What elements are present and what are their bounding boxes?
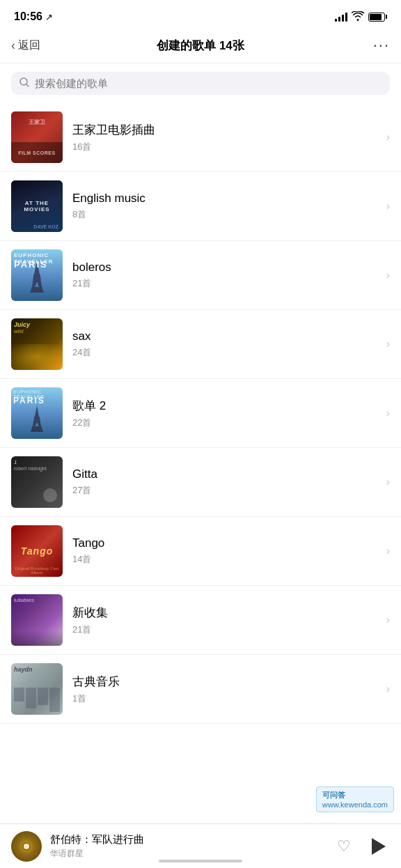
list-item[interactable]: Juicy wild sax 24首 › <box>0 310 401 379</box>
playlist-cover: EUPHONIC TRAVELLER PARIS <box>11 249 63 301</box>
playlist-info: 新收集 21首 <box>72 605 381 636</box>
chevron-right-icon: › <box>386 614 390 626</box>
playlist-info: Gitta 27首 <box>72 467 381 497</box>
chevron-right-icon: › <box>386 269 390 281</box>
playlist-info: sax 24首 <box>72 330 381 359</box>
playlist-name: 歌单 2 <box>72 398 381 414</box>
playlist-cover: lullabies <box>11 594 63 646</box>
svg-rect-3 <box>33 274 40 277</box>
playlist-name: English music <box>72 192 381 206</box>
wifi-icon <box>352 11 364 23</box>
signal-icon <box>335 12 347 22</box>
watermark-url: www.kewenda.com <box>322 800 388 809</box>
svg-marker-4 <box>32 277 42 287</box>
playlist-count: 14首 <box>72 553 381 566</box>
chevron-right-icon: › <box>386 200 390 212</box>
now-playing-controls: ♡ <box>337 834 390 859</box>
chevron-right-icon: › <box>386 476 390 488</box>
playlist-count: 16首 <box>72 141 381 153</box>
playlist-cover: haydn <box>11 663 63 715</box>
playlist-cover: Tango Original Broadway Cast Album <box>11 525 63 577</box>
watermark-site: 可问答 <box>322 790 388 800</box>
chevron-right-icon: › <box>386 131 390 144</box>
heart-button[interactable]: ♡ <box>337 837 351 855</box>
nav-title: 创建的歌单 14张 <box>53 38 348 54</box>
playlist-count: 1首 <box>72 692 381 705</box>
svg-marker-6 <box>30 289 44 293</box>
search-input[interactable] <box>35 77 382 89</box>
playlist-count: 8首 <box>72 208 381 221</box>
svg-marker-9 <box>33 418 41 426</box>
play-button[interactable] <box>365 834 390 859</box>
playlist-info: 王家卫电影插曲 16首 <box>72 122 381 153</box>
playlist-info: English music 8首 <box>72 192 381 221</box>
playlist-count: 27首 <box>72 484 381 497</box>
status-time: 10:56 <box>14 10 42 23</box>
heart-icon: ♡ <box>337 837 351 855</box>
list-item[interactable]: 1 robert midnight Gitta 27首 › <box>0 448 401 517</box>
back-button[interactable]: ‹ 返回 <box>11 38 53 53</box>
list-item[interactable]: EUPHONIC TRAVELLER PARIS boleros 21首 › <box>0 241 401 310</box>
search-bar[interactable] <box>11 72 390 95</box>
back-label: 返回 <box>18 38 40 53</box>
playlist-name: 新收集 <box>72 605 381 621</box>
playlist-info: 歌单 2 22首 <box>72 398 381 429</box>
svg-marker-11 <box>31 428 43 432</box>
playlist-name: Gitta <box>72 467 381 481</box>
playlist-name: 王家卫电影插曲 <box>72 122 381 138</box>
svg-line-1 <box>26 84 29 87</box>
chevron-right-icon: › <box>386 683 390 695</box>
playlist-cover: EUPHONIC TRAVELLER PARIS <box>11 387 63 439</box>
chevron-right-icon: › <box>386 545 390 557</box>
status-bar: 10:56 ↗ <box>0 0 401 31</box>
now-playing-title: 舒伯特：军队进行曲 <box>50 833 329 846</box>
now-playing-cover <box>11 831 42 862</box>
list-item[interactable]: AT THE MOVIES DAVE KOZ English music 8首 … <box>0 172 401 241</box>
more-button[interactable]: ··· <box>348 36 390 54</box>
status-icons <box>335 11 387 23</box>
battery-icon <box>368 13 387 22</box>
list-item[interactable]: Tango Original Broadway Cast Album Tango… <box>0 517 401 586</box>
svg-rect-5 <box>31 287 42 289</box>
status-arrow: ↗ <box>45 12 53 22</box>
playlist-count: 21首 <box>72 623 381 636</box>
cover-center <box>22 842 31 851</box>
playlist-info: boleros 21首 <box>72 261 381 290</box>
home-indicator <box>159 860 242 862</box>
playlist-count: 24首 <box>72 346 381 359</box>
watermark: 可问答 www.kewenda.com <box>316 786 394 812</box>
svg-rect-8 <box>34 417 40 418</box>
playlist-cover: Juicy wild <box>11 318 63 370</box>
chevron-right-icon: › <box>386 407 390 419</box>
playlist-cover: AT THE MOVIES DAVE KOZ <box>11 180 63 232</box>
list-item[interactable]: lullabies 新收集 21首 › <box>0 586 401 655</box>
now-playing-info: 舒伯特：军队进行曲 华语群星 <box>50 833 329 860</box>
playlist-list: FILM SCORES 王家卫 王家卫电影插曲 16首 › AT THE MOV… <box>0 103 401 724</box>
playlist-info: Tango 14首 <box>72 536 381 566</box>
list-item[interactable]: haydn 古典音乐 1首 › <box>0 655 401 724</box>
list-item[interactable]: FILM SCORES 王家卫 王家卫电影插曲 16首 › <box>0 103 401 172</box>
playlist-count: 22首 <box>72 417 381 429</box>
playlist-name: sax <box>72 330 381 343</box>
svg-marker-7 <box>35 405 39 417</box>
playlist-count: 21首 <box>72 277 381 290</box>
svg-rect-10 <box>32 426 42 428</box>
list-item[interactable]: EUPHONIC TRAVELLER PARIS 歌单 2 22首 › <box>0 379 401 448</box>
back-chevron-icon: ‹ <box>11 38 15 53</box>
playlist-name: Tango <box>72 536 381 550</box>
now-playing-artist: 华语群星 <box>50 848 329 860</box>
playlist-info: 古典音乐 1首 <box>72 674 381 705</box>
playlist-name: boleros <box>72 261 381 274</box>
chevron-right-icon: › <box>386 338 390 350</box>
playlist-cover: 1 robert midnight <box>11 456 63 508</box>
search-icon <box>19 77 29 89</box>
playlist-cover: FILM SCORES 王家卫 <box>11 111 63 163</box>
nav-bar: ‹ 返回 创建的歌单 14张 ··· <box>0 31 401 63</box>
play-icon <box>372 838 386 855</box>
playlist-name: 古典音乐 <box>72 674 381 690</box>
